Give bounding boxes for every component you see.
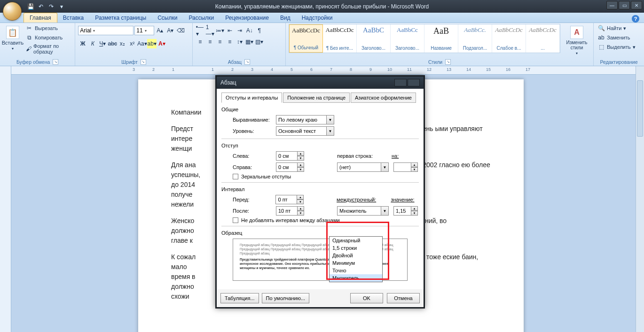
indent-left-input[interactable]: 0 см bbox=[276, 151, 298, 161]
numbering-button[interactable]: 1—▾ bbox=[205, 26, 215, 35]
firstline-value-input[interactable] bbox=[393, 162, 411, 172]
spin-up[interactable]: ▲ bbox=[298, 162, 304, 167]
borders-button[interactable]: ▧▾ bbox=[255, 37, 264, 46]
maximize-button[interactable]: ▭ bbox=[619, 1, 630, 9]
style-more[interactable]: AaBbCcDc... bbox=[526, 24, 560, 53]
align-center-button[interactable]: ≡ bbox=[205, 37, 215, 46]
alignment-select[interactable]: По левому краю bbox=[276, 115, 327, 124]
copy-button[interactable]: ⧉Копировать bbox=[24, 33, 72, 42]
tab-review[interactable]: Рецензирование bbox=[220, 13, 275, 23]
clipboard-launcher[interactable]: ↘ bbox=[53, 59, 58, 65]
dialog-titlebar[interactable]: Абзац bbox=[217, 77, 424, 89]
space-before-input[interactable]: 0 пт bbox=[275, 195, 297, 204]
grow-font-button[interactable]: A▴ bbox=[155, 26, 165, 35]
bullets-button[interactable]: •—▾ bbox=[196, 26, 205, 35]
option-exactly[interactable]: Точно bbox=[330, 267, 382, 274]
italic-button[interactable]: К bbox=[88, 39, 97, 48]
indent-dec-button[interactable]: ⇤ bbox=[225, 26, 235, 35]
outline-level-select[interactable]: Основной текст bbox=[276, 126, 327, 136]
dialog-help-button[interactable] bbox=[394, 79, 407, 86]
ok-button[interactable]: OK bbox=[350, 293, 383, 303]
chevron-down-icon[interactable]: ▼ bbox=[327, 126, 334, 136]
style-title[interactable]: AaBНазвание bbox=[424, 24, 458, 53]
linespacing-dropdown-list[interactable]: Одинарный 1,5 строки Двойной Минимум Точ… bbox=[329, 236, 383, 282]
chevron-down-icon[interactable]: ▼ bbox=[327, 115, 334, 124]
style-heading2[interactable]: AaBbCcЗаголово... bbox=[391, 24, 424, 53]
find-button[interactable]: 🔍Найти ▾ bbox=[597, 24, 636, 32]
spin-down[interactable]: ▼ bbox=[298, 211, 304, 216]
option-1-5[interactable]: 1,5 строки bbox=[330, 244, 382, 252]
dialog-tab-linebreaks[interactable]: Положение на странице bbox=[283, 93, 350, 103]
undo-icon[interactable]: ↶ bbox=[37, 2, 45, 11]
style-normal[interactable]: AaBbCcDc¶ Обычный bbox=[289, 24, 323, 53]
paragraph-launcher[interactable]: ↘ bbox=[244, 59, 250, 65]
replace-button[interactable]: abЗаменить bbox=[597, 33, 636, 42]
no-add-space-checkbox[interactable]: Не добавлять интервал между абзацами bbox=[233, 217, 419, 223]
option-atleast[interactable]: Минимум bbox=[330, 259, 382, 267]
cancel-button[interactable]: Отмена bbox=[387, 293, 420, 303]
superscript-button[interactable]: x² bbox=[127, 39, 137, 48]
style-subtle[interactable]: AaBbCcDcСлабое в... bbox=[492, 24, 526, 53]
styles-launcher[interactable]: ↘ bbox=[445, 59, 451, 65]
spin-up[interactable]: ▲ bbox=[298, 206, 304, 211]
shrink-font-button[interactable]: A▾ bbox=[165, 26, 175, 35]
save-icon[interactable]: 💾 bbox=[26, 2, 35, 11]
change-case-button[interactable]: Aa▾ bbox=[137, 39, 147, 48]
font-size-combo[interactable]: 11▾ bbox=[134, 26, 154, 35]
default-button[interactable]: По умолчанию... bbox=[262, 293, 310, 303]
multilevel-button[interactable]: ≔▾ bbox=[215, 26, 225, 35]
spin-down[interactable]: ▼ bbox=[411, 167, 418, 172]
style-nospacing[interactable]: AaBbCcDc¶ Без инте... bbox=[323, 24, 357, 53]
cut-button[interactable]: ✂Вырезать bbox=[24, 24, 72, 32]
highlight-button[interactable]: ab▾ bbox=[147, 39, 157, 48]
shading-button[interactable]: ▦▾ bbox=[245, 37, 254, 46]
minimize-button[interactable]: — bbox=[606, 1, 618, 9]
format-painter-button[interactable]: 🖌Формат по образцу bbox=[24, 43, 72, 55]
linespacing-select[interactable]: Множитель▼ bbox=[337, 206, 389, 216]
bold-button[interactable]: Ж bbox=[78, 39, 87, 48]
spin-up[interactable]: ▲ bbox=[297, 195, 304, 200]
subscript-button[interactable]: x₂ bbox=[118, 39, 127, 48]
space-after-input[interactable]: 10 пт bbox=[276, 206, 298, 216]
spin-down[interactable]: ▼ bbox=[298, 167, 304, 172]
office-button[interactable] bbox=[3, 2, 22, 21]
tabs-button[interactable]: Табуляция... bbox=[220, 293, 259, 303]
tab-mailings[interactable]: Рассылки bbox=[183, 13, 220, 23]
select-button[interactable]: ⬚Выделить ▾ bbox=[597, 43, 636, 51]
align-left-button[interactable]: ≡ bbox=[196, 37, 205, 46]
clear-format-button[interactable]: ⌫ bbox=[176, 26, 185, 35]
mirror-indents-checkbox[interactable]: Зеркальные отступы bbox=[233, 174, 419, 179]
font-launcher[interactable]: ↘ bbox=[141, 59, 146, 65]
tab-home[interactable]: Главная bbox=[24, 13, 57, 23]
linespacing-value-input[interactable]: 1,15 bbox=[393, 206, 411, 216]
align-justify-button[interactable]: ≡ bbox=[225, 37, 235, 46]
indent-inc-button[interactable]: ⇥ bbox=[235, 26, 244, 35]
option-double[interactable]: Двойной bbox=[330, 252, 382, 259]
underline-button[interactable]: Ч▾ bbox=[98, 39, 107, 48]
style-subtitle[interactable]: AaBbCc.Подзагол... bbox=[458, 24, 492, 53]
spin-down[interactable]: ▼ bbox=[411, 211, 418, 216]
option-single[interactable]: Одинарный bbox=[330, 237, 382, 244]
help-icon[interactable]: ? bbox=[632, 15, 639, 23]
chevron-down-icon[interactable]: ▼ bbox=[381, 162, 389, 172]
strike-button[interactable]: abc bbox=[108, 39, 117, 48]
spin-down[interactable]: ▼ bbox=[298, 156, 304, 161]
tab-addins[interactable]: Надстройки bbox=[296, 13, 338, 23]
font-color-button[interactable]: A▾ bbox=[157, 39, 166, 48]
tab-references[interactable]: Ссылки bbox=[152, 13, 183, 23]
paste-button[interactable]: 📋 Вставить ▾ bbox=[3, 24, 23, 53]
qat-customize-icon[interactable]: ▾ bbox=[57, 2, 66, 11]
style-heading1[interactable]: AaBbCЗаголово... bbox=[357, 24, 391, 53]
change-styles-button[interactable]: A Изменить стили ▾ bbox=[563, 24, 590, 57]
vertical-scrollbar[interactable] bbox=[636, 66, 644, 332]
align-right-button[interactable]: ≡ bbox=[215, 37, 225, 46]
close-button[interactable]: ✕ bbox=[631, 1, 642, 9]
indent-right-input[interactable]: 0 см bbox=[276, 162, 298, 172]
firstline-select[interactable]: (нет) bbox=[337, 162, 381, 172]
redo-icon[interactable]: ↷ bbox=[47, 2, 55, 11]
spin-up[interactable]: ▲ bbox=[411, 162, 418, 167]
spin-up[interactable]: ▲ bbox=[411, 206, 418, 211]
sort-button[interactable]: A↓ bbox=[245, 26, 254, 35]
dialog-tab-asian[interactable]: Азиатское оформление bbox=[351, 93, 416, 103]
tab-insert[interactable]: Вставка bbox=[57, 13, 90, 23]
